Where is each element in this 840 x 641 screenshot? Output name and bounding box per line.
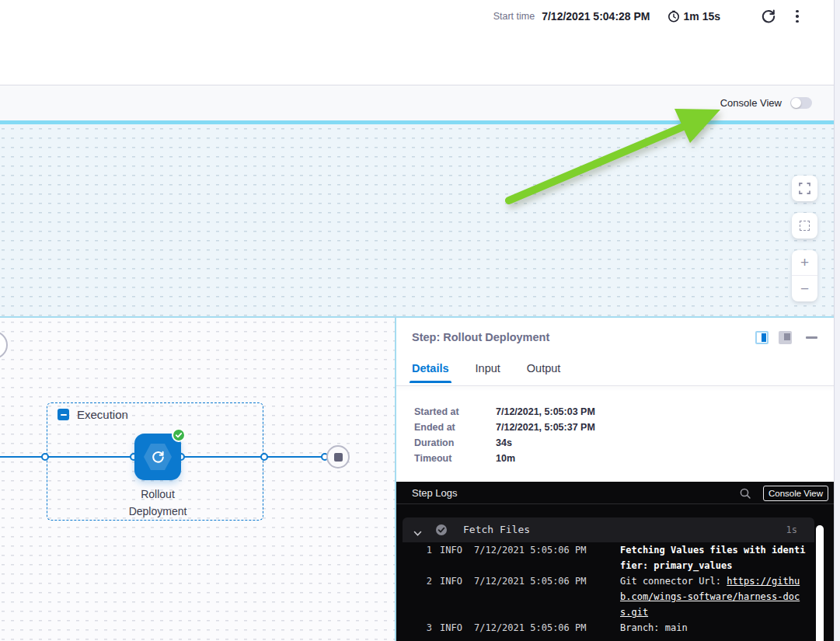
collapse-icon[interactable] [58,409,69,420]
detail-value: 7/12/2021, 5:05:37 PM [496,422,595,433]
step-logs-panel: Step Logs Console View Fetch Files 1s 1 [396,482,834,641]
node-label: Rollout Deployment [115,486,200,520]
section-success-icon [435,524,448,539]
detail-value: 7/12/2021, 5:05:03 PM [496,406,595,417]
log-row: 1 INFO 7/12/2021 5:05:06 PM Fetching Val… [396,542,834,573]
zoom-in-button[interactable]: + [792,250,817,276]
log-row: 3 INFO 7/12/2021 5:05:06 PM Branch: main [396,620,834,636]
detail-value: 34s [496,437,512,448]
log-timestamp: 7/12/2021 5:05:06 PM [474,620,612,636]
tabs-divider [396,385,834,386]
zoom-out-button[interactable]: − [792,276,817,301]
log-level: INFO [440,542,466,573]
log-line-number: 1 [417,542,432,573]
pipeline-execution-screen: Start time 7/12/2021 5:04:28 PM 1m 15s C… [0,0,840,641]
step-type-hexagon [144,444,172,470]
tab-output[interactable]: Output [527,362,561,383]
detail-label: Started at [414,406,496,417]
stage-canvas: + − [0,124,834,318]
detail-row: Started at 7/12/2021, 5:05:03 PM [414,404,595,420]
log-section-header[interactable]: Fetch Files 1s [403,517,814,542]
start-time-value: 7/12/2021 5:04:28 PM [542,10,650,23]
split-view-right-icon[interactable] [755,331,769,344]
details-rows: Started at 7/12/2021, 5:05:03 PM Ended a… [414,404,595,466]
log-row: 2 INFO 7/12/2021 5:05:06 PM Git connecto… [396,573,834,620]
elapsed-value: 1m 15s [684,10,720,23]
minimize-panel-button[interactable] [806,336,817,339]
log-line-number: 2 [417,573,432,620]
success-badge [172,428,186,442]
more-options-button[interactable] [790,7,804,26]
log-timestamp: 7/12/2021 5:05:06 PM [474,542,612,573]
zoom-controls: + − [792,250,817,301]
chevron-down-icon [413,526,422,540]
detail-row: Duration 34s [414,435,595,451]
dot-grid [0,124,834,316]
logs-scrollbar[interactable] [816,525,824,641]
detail-row: Timeout 10m [414,451,595,466]
detail-value: 10m [496,453,515,464]
canvas-toolbar: Console View [0,85,834,120]
detail-label: Timeout [414,453,496,464]
rollout-deployment-node[interactable] [134,434,181,480]
log-level: INFO [440,573,466,620]
refresh-button[interactable] [759,7,778,26]
tab-details[interactable]: Details [412,362,449,383]
start-time-label: Start time [493,11,535,22]
search-logs-button[interactable] [739,487,751,503]
elapsed-time: 1m 15s [667,10,720,23]
execution-group-header[interactable]: Execution [58,408,128,421]
detail-row: Ended at 7/12/2021, 5:05:37 PM [414,420,595,435]
log-message-prefix: Git connector Url: [620,576,727,587]
tab-input[interactable]: Input [476,362,500,383]
logs-title: Step Logs [412,487,458,499]
split-view-bottom-icon[interactable] [779,331,792,344]
fit-selection-button[interactable] [792,213,817,239]
log-section-name: Fetch Files [463,524,530,535]
console-view-toggle[interactable] [790,97,812,109]
clock-icon [667,10,680,23]
right-edge-strip [834,0,840,641]
detail-label: Ended at [414,422,496,433]
panel-title: Step: Rollout Deployment [412,331,549,343]
log-section-duration: 1s [786,524,797,535]
log-message: Branch: main [620,620,807,636]
zoom-out-glyph: − [800,280,809,298]
logs-console-view-button[interactable]: Console View [763,486,828,501]
log-message: Fetching Values files with identifier: p… [620,542,807,573]
detail-label: Duration [414,437,496,448]
zoom-in-glyph: + [800,254,809,271]
check-icon [175,431,183,439]
panel-tabs: Details Input Output [412,362,560,383]
fullscreen-icon [799,183,810,194]
step-graph-canvas: Execution Rollout Deployment [0,318,396,641]
step-details-panel: Step: Rollout Deployment Details Input O… [396,318,834,641]
search-icon [739,487,751,500]
stage-end-node[interactable] [326,445,350,469]
execution-group-label: Execution [77,408,128,421]
logs-header: Step Logs Console View [396,482,834,504]
log-rows: 1 INFO 7/12/2021 5:05:06 PM Fetching Val… [396,542,834,636]
console-view-label: Console View [720,97,782,109]
log-level: INFO [440,620,466,636]
stop-icon [334,453,343,462]
connector-dot [260,453,268,461]
refresh-icon [761,9,776,24]
marquee-icon [800,221,810,231]
fullscreen-button[interactable] [792,176,817,201]
connector-dot [41,453,49,461]
rollout-icon [151,450,166,465]
topbar: Start time 7/12/2021 5:04:28 PM 1m 15s [0,0,834,85]
toggle-knob [791,98,801,108]
log-timestamp: 7/12/2021 5:05:06 PM [474,573,612,620]
log-line-number: 3 [417,620,432,636]
log-message: Git connector Url: https://github.com/wi… [620,573,807,620]
